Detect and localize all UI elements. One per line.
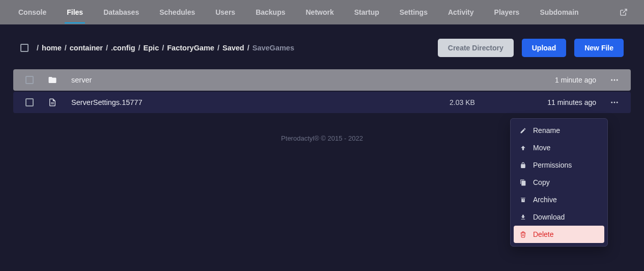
menu-label: Download xyxy=(533,213,565,221)
row-checkbox[interactable] xyxy=(25,98,34,106)
svg-point-7 xyxy=(614,102,615,103)
crumb-saved[interactable]: Saved xyxy=(222,44,244,52)
svg-rect-4 xyxy=(51,102,54,103)
more-actions-icon[interactable] xyxy=(605,98,624,107)
select-all-checkbox[interactable] xyxy=(20,44,29,52)
folder-icon xyxy=(48,75,62,85)
crumb-home[interactable]: home xyxy=(42,44,62,52)
archive-icon xyxy=(519,197,527,203)
file-icon xyxy=(48,98,62,107)
crumb-factorygame[interactable]: FactoryGame xyxy=(167,44,214,52)
crumb-epic[interactable]: Epic xyxy=(144,44,159,52)
file-row[interactable]: ServerSettings.15777 2.03 KB 11 minutes … xyxy=(13,92,631,113)
tab-bar: Console Files Databases Schedules Users … xyxy=(0,0,644,24)
menu-label: Delete xyxy=(533,230,553,238)
crumb-config[interactable]: .config xyxy=(111,44,135,52)
menu-label: Copy xyxy=(533,178,550,186)
tab-console[interactable]: Console xyxy=(8,1,57,23)
svg-point-2 xyxy=(614,79,615,81)
more-actions-icon[interactable] xyxy=(605,75,624,85)
context-menu: Rename Move Permissions Copy Archive Dow… xyxy=(510,118,608,247)
tab-startup[interactable]: Startup xyxy=(344,1,389,23)
svg-rect-5 xyxy=(51,103,54,104)
file-time: 1 minute ago xyxy=(525,76,596,84)
tab-users[interactable]: Users xyxy=(205,1,245,23)
menu-label: Move xyxy=(533,144,550,152)
upload-button[interactable]: Upload xyxy=(522,39,566,57)
tab-databases[interactable]: Databases xyxy=(93,1,149,23)
tab-files[interactable]: Files xyxy=(57,1,93,23)
file-size: 2.03 KB xyxy=(450,98,516,106)
arrow-up-icon xyxy=(519,145,527,151)
menu-delete[interactable]: Delete xyxy=(514,226,604,243)
file-name: ServerSettings.15777 xyxy=(71,98,440,106)
svg-point-1 xyxy=(611,79,612,81)
crumb-savegames: SaveGames xyxy=(253,44,294,52)
tab-activity[interactable]: Activity xyxy=(438,1,484,23)
menu-rename[interactable]: Rename xyxy=(514,122,604,139)
menu-permissions[interactable]: Permissions xyxy=(514,156,604,174)
file-row[interactable]: server 1 minute ago xyxy=(13,69,631,91)
tab-schedules[interactable]: Schedules xyxy=(149,1,205,23)
new-file-button[interactable]: New File xyxy=(574,39,624,57)
lock-icon xyxy=(519,162,527,169)
tab-subdomain[interactable]: Subdomain xyxy=(529,1,589,23)
menu-copy[interactable]: Copy xyxy=(514,174,604,191)
pencil-icon xyxy=(519,127,527,134)
menu-label: Permissions xyxy=(533,161,572,169)
svg-point-3 xyxy=(617,79,618,81)
row-checkbox[interactable] xyxy=(25,76,34,84)
tab-settings[interactable]: Settings xyxy=(389,1,438,23)
menu-label: Rename xyxy=(533,126,560,134)
svg-point-8 xyxy=(617,102,618,103)
header-row: / home / container / .config / Epic / Fa… xyxy=(20,39,624,57)
file-list: server 1 minute ago ServerSettings.15777… xyxy=(13,69,631,113)
svg-point-6 xyxy=(611,102,612,103)
menu-archive[interactable]: Archive xyxy=(514,191,604,208)
tab-network[interactable]: Network xyxy=(296,1,344,23)
menu-download[interactable]: Download xyxy=(514,208,604,226)
tab-backups[interactable]: Backups xyxy=(245,1,295,23)
download-icon xyxy=(519,214,527,221)
trash-icon xyxy=(519,231,527,238)
copy-icon xyxy=(519,179,527,186)
file-name: server xyxy=(71,76,440,84)
menu-label: Archive xyxy=(533,196,557,204)
menu-move[interactable]: Move xyxy=(514,139,604,156)
tab-players[interactable]: Players xyxy=(484,1,530,23)
create-directory-button[interactable]: Create Directory xyxy=(438,39,514,57)
breadcrumb: / home / container / .config / Epic / Fa… xyxy=(37,44,430,52)
file-time: 11 minutes ago xyxy=(525,98,596,106)
external-link-icon[interactable] xyxy=(611,8,636,16)
svg-line-0 xyxy=(623,9,627,13)
crumb-container[interactable]: container xyxy=(70,44,103,52)
